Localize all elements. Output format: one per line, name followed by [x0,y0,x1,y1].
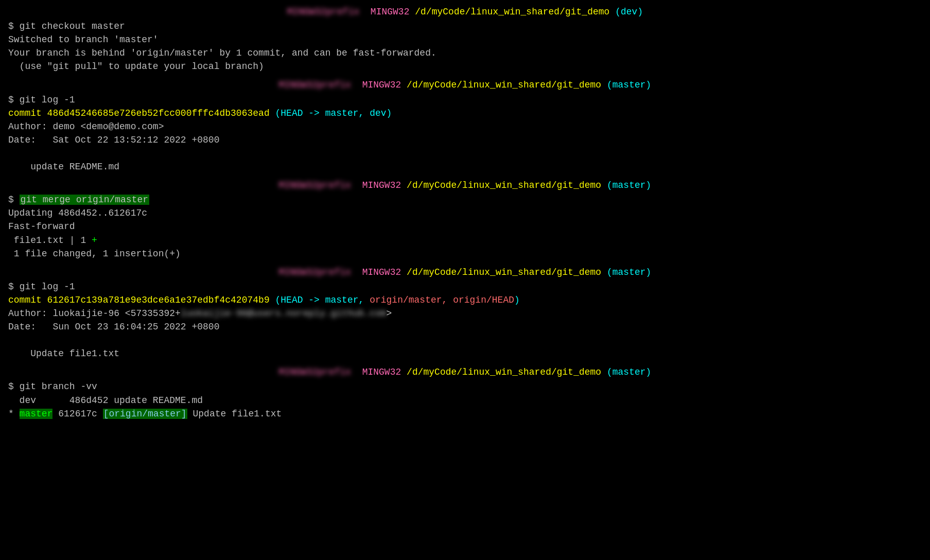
output-2-2: Author: demo <demo@demo.com> [8,120,922,133]
output-4-2: Author: luokaijie-96 <57335392+luokaijie… [8,307,922,320]
dollar-3: $ [8,195,20,205]
commit-hash-4: commit 612617c139a781e9e3dce6a1e37edbf4c… [8,295,270,305]
blurred-prefix-1: MINGW32prefix [287,5,359,19]
output-1-3: (use "git pull" to update your local bra… [8,60,922,73]
output-2-3: Date: Sat Oct 22 13:52:12 2022 +0800 [8,133,922,147]
output-4-3: Date: Sun Oct 23 16:04:25 2022 +0800 [8,320,922,334]
path-4: /d/myCode/linux_win_shared/git_demo [407,267,601,277]
terminal-block-2: MINGW32prefix MINGW32 /d/myCode/linux_wi… [8,78,922,173]
head-ref-2: (HEAD -> master, dev) [275,108,392,118]
commit-hash-2: commit 486d45246685e726eb52fcc000fffc4db… [8,108,270,118]
output-3-4: 1 file changed, 1 insertion(+) [8,247,922,260]
output-5-2: * master 612617c [origin/master] Update … [8,407,922,421]
output-4-5: Update file1.txt [8,347,922,360]
title-bar-3: MINGW32prefix MINGW32 /d/myCode/linux_wi… [8,179,922,192]
terminal-block-5: MINGW32prefix MINGW32 /d/myCode/linux_wi… [8,365,922,420]
path-1: /d/myCode/linux_win_shared/git_demo [415,7,609,17]
title-bar-2: MINGW32prefix MINGW32 /d/myCode/linux_wi… [8,78,922,92]
output-2-1: commit 486d45246685e726eb52fcc000fffc4db… [8,107,922,120]
output-3-1: Updating 486d452..612617c [8,206,922,220]
prompt-1: $ git checkout master [8,20,922,33]
mingw-label-4: MINGW32 [362,267,401,277]
output-5-1: dev 486d452 update README.md [8,394,922,407]
path-2: /d/myCode/linux_win_shared/git_demo [407,80,601,90]
mingw-label-2: MINGW32 [362,80,401,90]
branch-3: (master) [607,180,651,190]
mingw-label-3: MINGW32 [362,180,401,190]
branch-5: (master) [607,367,651,377]
blurred-prefix-2: MINGW32prefix [279,78,351,92]
prompt-2: $ git log -1 [8,93,922,107]
output-1-1: Switched to branch 'master' [8,33,922,46]
terminal-block-1: MINGW32prefix MINGW32 /d/myCode/linux_wi… [8,5,922,73]
mingw-label-1: MINGW32 [371,7,410,17]
mingw-label-5: MINGW32 [362,367,401,377]
terminal-block-3: MINGW32prefix MINGW32 /d/myCode/linux_wi… [8,179,922,260]
prompt-3: $ git merge origin/master [8,193,922,206]
prompt-4: $ git log -1 [8,280,922,293]
blurred-email-4: luokaijie-96@users.noreply.github.com [181,307,387,320]
blurred-prefix-3: MINGW32prefix [279,179,351,192]
output-2-5: update README.md [8,160,922,173]
terminal-container: MINGW32prefix MINGW32 /d/myCode/linux_wi… [8,5,922,421]
title-bar-1: MINGW32prefix MINGW32 /d/myCode/linux_wi… [8,5,922,19]
origin-bracket-5: [origin/master] [103,409,187,419]
title-bar-5: MINGW32prefix MINGW32 /d/myCode/linux_wi… [8,365,922,379]
title-bar-4: MINGW32prefix MINGW32 /d/myCode/linux_wi… [8,266,922,279]
output-4-1: commit 612617c139a781e9e3dce6a1e37edbf4c… [8,293,922,307]
output-4-4 [8,334,922,347]
plus-sign-3: + [92,235,97,246]
cmd-highlight-3: git merge origin/master [20,195,149,205]
blurred-prefix-4: MINGW32prefix [279,266,351,279]
output-2-4 [8,147,922,160]
prompt-5: $ git branch -vv [8,380,922,393]
master-highlight-5: master [20,409,53,419]
path-5: /d/myCode/linux_win_shared/git_demo [407,367,601,377]
branch-1: (dev) [615,7,643,17]
output-1-2: Your branch is behind 'origin/master' by… [8,46,922,60]
head-ref-4: (HEAD -> master, origin/master, origin/H… [275,295,520,305]
output-3-3: file1.txt | 1 + [8,234,922,247]
dollar-1: $ git checkout master [8,21,125,31]
branch-4: (master) [607,267,651,277]
branch-2: (master) [607,80,651,90]
path-3: /d/myCode/linux_win_shared/git_demo [407,180,601,190]
terminal-block-4: MINGW32prefix MINGW32 /d/myCode/linux_wi… [8,266,922,361]
output-3-2: Fast-forward [8,220,922,233]
blurred-prefix-5: MINGW32prefix [279,365,351,379]
